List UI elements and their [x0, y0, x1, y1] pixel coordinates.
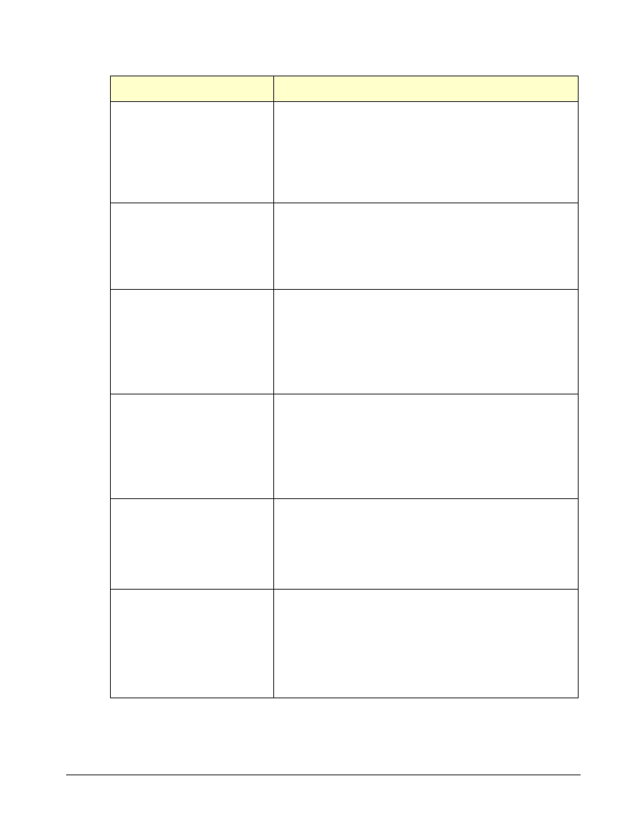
table-row: [111, 394, 579, 499]
table-cell-r4c2: [274, 394, 579, 499]
table-cell-r5c2: [274, 499, 579, 590]
table-cell-r1c2: [274, 102, 579, 203]
table-cell-r1c1: [111, 102, 274, 203]
table-cell-r4c1: [111, 394, 274, 499]
table-row: [111, 102, 579, 203]
horizontal-rule: [66, 775, 581, 775]
table-row: [111, 290, 579, 394]
table-row: [111, 499, 579, 590]
table-cell-r2c1: [111, 203, 274, 290]
table-cell-r6c1: [111, 590, 274, 698]
page: [0, 0, 644, 834]
table-header-cell-2: [274, 76, 579, 102]
table-header-cell-1: [111, 76, 274, 102]
table-cell-r2c2: [274, 203, 579, 290]
table-cell-r3c1: [111, 290, 274, 394]
table-header-row: [111, 76, 579, 102]
table-cell-r3c2: [274, 290, 579, 394]
table-row: [111, 203, 579, 290]
main-table: [110, 76, 579, 698]
table-row: [111, 590, 579, 698]
table-cell-r6c2: [274, 590, 579, 698]
table-cell-r5c1: [111, 499, 274, 590]
